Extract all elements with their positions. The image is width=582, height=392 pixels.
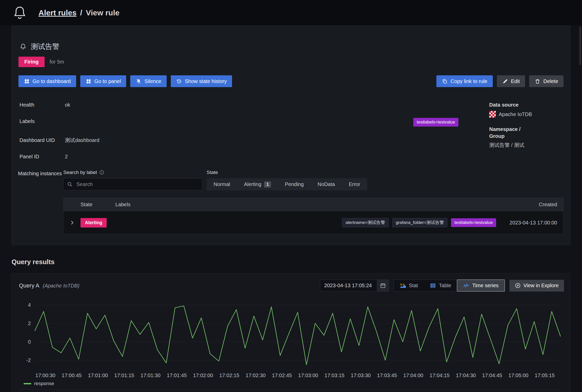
svg-text:4: 4 — [28, 302, 31, 308]
query-datasource: (Apache IoTDB) — [43, 283, 79, 289]
svg-text:17:01:00: 17:01:00 — [88, 373, 108, 378]
svg-text:17:04:15: 17:04:15 — [430, 373, 450, 378]
svg-text:17:03:15: 17:03:15 — [325, 373, 345, 378]
trash-icon — [535, 78, 540, 84]
firing-state-badge: Firing — [18, 57, 45, 67]
namespace-group-value: 测试告警 / 测试 — [489, 142, 564, 149]
query-results-heading: Query results — [12, 258, 570, 266]
instances-table-header: State Labels Created — [64, 198, 563, 211]
state-header-cell: State — [81, 202, 114, 208]
alerting-bell-icon[interactable] — [12, 5, 28, 21]
labels-header-text: Labels — [115, 202, 131, 208]
delete-label: Delete — [543, 78, 558, 84]
copy-icon — [442, 78, 448, 84]
dashboard-uid-row: Dashboard UID 测试dashboard — [19, 137, 489, 146]
time-series-icon — [463, 283, 469, 288]
state-normal-label: Normal — [214, 181, 230, 187]
rule-bell-icon — [19, 43, 27, 50]
stat-label: Stat — [409, 283, 418, 288]
state-filter-alerting[interactable]: Alerting 1 — [237, 178, 278, 190]
state-filter-nodata[interactable]: NoData — [311, 178, 342, 190]
breadcrumb-alert-rules-link[interactable]: Alert rules — [38, 8, 76, 17]
state-alerting-label: Alerting — [244, 181, 261, 187]
section-divider — [18, 389, 564, 390]
rule-actions-row: Go to dashboard Go to panel — [18, 75, 564, 87]
label-chip: testlabels=testvalue — [451, 218, 496, 227]
instances-filter-controls: Search by label — [63, 170, 564, 190]
silence-label: Silence — [144, 78, 161, 84]
delete-button[interactable]: Delete — [529, 75, 564, 87]
go-to-dashboard-button[interactable]: Go to dashboard — [18, 75, 76, 87]
instances-table: State Labels Created Alerting — [63, 198, 564, 234]
go-to-panel-button[interactable]: Go to panel — [80, 75, 126, 87]
state-filter-pending[interactable]: Pending — [278, 178, 310, 190]
datasource-label: Data source — [489, 102, 564, 108]
view-mode-stat[interactable]: 12.4 Stat — [394, 280, 424, 291]
dashboard-uid-value: 测试dashboard — [65, 137, 99, 144]
labels-value: testlabels=testvalue — [65, 118, 489, 129]
state-filter-text: State — [207, 170, 218, 175]
legend-series-label[interactable]: response — [34, 381, 54, 386]
table-row: Alerting alertname=测试告警 grafana_folder=测… — [64, 211, 563, 234]
namespace-group-label: Namespace / Group — [489, 126, 530, 140]
view-mode-time-series[interactable]: Time series — [457, 280, 505, 292]
created-header-cell: Created — [503, 202, 563, 208]
history-icon — [176, 78, 182, 84]
time-series-chart[interactable]: 420-217:00:3017:00:4517:01:0017:01:1517:… — [18, 298, 564, 380]
rule-side-info: Data source Apache IoTDB Namespace / Gro… — [489, 101, 564, 170]
row-expand-chevron-icon[interactable] — [64, 220, 81, 225]
svg-text:17:05:00: 17:05:00 — [508, 373, 528, 378]
show-state-history-label: Show state history — [185, 78, 227, 84]
matching-instances-section: Matching instances Search by label — [18, 170, 564, 234]
svg-text:17:00:45: 17:00:45 — [62, 373, 82, 378]
query-header: Query A (Apache IoTDB) 12.4 — [18, 280, 564, 292]
edit-button[interactable]: Edit — [497, 75, 525, 87]
view-in-explore-button[interactable]: View in Explore — [509, 280, 564, 292]
main-content: 测试告警 Firing for 5m Go to dashboard Go — [0, 26, 582, 392]
panel-id-key: Panel ID — [19, 153, 65, 160]
top-navbar: Alert rules / View rule — [0, 0, 582, 26]
silence-button[interactable]: Silence — [130, 75, 167, 87]
state-filter-error[interactable]: Error — [342, 178, 367, 190]
compass-icon — [515, 283, 521, 288]
search-by-label-stack: Search by label — [63, 170, 203, 190]
svg-text:17:02:45: 17:02:45 — [272, 373, 292, 378]
row-state-cell: Alerting — [81, 218, 114, 228]
health-row: Health ok — [19, 101, 489, 110]
svg-text:17:04:45: 17:04:45 — [482, 373, 502, 378]
svg-text:17:00:30: 17:00:30 — [35, 373, 55, 378]
label-chip: alertname=测试告警 — [342, 218, 389, 227]
state-filter-normal[interactable]: Normal — [207, 178, 237, 190]
table-label: Table — [439, 283, 451, 288]
time-series-label: Time series — [472, 283, 499, 288]
view-mode-table[interactable]: Table — [424, 280, 457, 291]
svg-text:17:03:45: 17:03:45 — [377, 373, 397, 378]
search-input[interactable] — [63, 178, 203, 190]
labels-header-cell: Labels — [114, 202, 503, 208]
query-results-card: Query A (Apache IoTDB) 12.4 — [12, 273, 570, 392]
info-circle-icon[interactable] — [99, 170, 104, 175]
details-key-values: Health ok Labels testlabels=testvalue Da… — [19, 101, 489, 170]
bell-slash-icon — [136, 78, 142, 84]
breadcrumb-separator: / — [80, 8, 82, 17]
label-chip: grafana_folder=测试告警 — [392, 218, 448, 227]
datetime-input[interactable] — [320, 280, 377, 292]
datetime-picker — [320, 280, 389, 292]
state-pending-label: Pending — [285, 181, 304, 187]
state-error-label: Error — [349, 181, 360, 187]
search-by-label-text: Search by label — [63, 170, 97, 175]
svg-text:17:01:15: 17:01:15 — [114, 373, 134, 378]
svg-text:-2: -2 — [26, 357, 31, 363]
go-to-dashboard-label: Go to dashboard — [33, 78, 71, 84]
panel-id-value: 2 — [65, 153, 68, 160]
svg-text:17:02:15: 17:02:15 — [219, 373, 239, 378]
svg-text:12.4: 12.4 — [400, 283, 404, 286]
health-key: Health — [19, 101, 65, 108]
show-state-history-button[interactable]: Show state history — [171, 75, 232, 87]
scrollbar[interactable] — [579, 27, 581, 65]
table-icon — [430, 283, 436, 288]
rule-title-row: 测试告警 — [18, 42, 564, 51]
copy-link-to-rule-button[interactable]: Copy link to rule — [436, 75, 493, 87]
query-controls: 12.4 Stat Table — [320, 280, 564, 292]
calendar-icon[interactable] — [377, 280, 389, 292]
